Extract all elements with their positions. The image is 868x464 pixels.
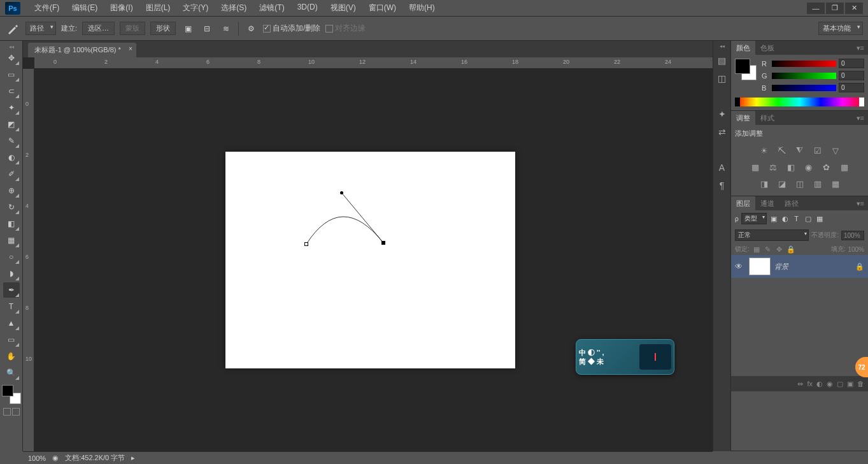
tool-mode-dropdown[interactable]: 路径: [25, 22, 56, 35]
path-align-icon[interactable]: ⊟: [200, 22, 214, 36]
maximize-button[interactable]: ❐: [826, 3, 844, 14]
anchor-point-selected[interactable]: [381, 241, 385, 245]
document-tab[interactable]: 未标题-1 @ 100%(RGB/8) *×: [28, 43, 136, 57]
layers-tab[interactable]: 图层: [731, 196, 755, 211]
para-dock-icon[interactable]: ¶: [716, 179, 729, 192]
gradient-map-icon[interactable]: ▥: [811, 178, 824, 189]
shape-tool[interactable]: ▭: [3, 332, 20, 347]
marquee-tool[interactable]: ▭: [3, 67, 20, 82]
wand-tool[interactable]: ✦: [3, 100, 20, 115]
auto-add-checkbox[interactable]: 自动添加/删除: [263, 23, 320, 34]
menu-item[interactable]: 文件(F): [28, 3, 66, 13]
canvas[interactable]: [225, 152, 515, 368]
color-tab[interactable]: 颜色: [731, 41, 755, 55]
balance-icon[interactable]: ⚖: [767, 161, 779, 173]
adjustments-tab[interactable]: 调整: [731, 111, 755, 126]
filter-search[interactable]: ρ: [735, 215, 739, 222]
menu-item[interactable]: 3D(D): [291, 3, 324, 13]
fx-icon[interactable]: fx: [807, 380, 813, 388]
layer-thumbnail[interactable]: [749, 257, 771, 275]
panel-menu-icon[interactable]: ▾≡: [853, 199, 868, 208]
menu-item[interactable]: 窗口(W): [362, 3, 402, 13]
selection-button[interactable]: 选区…: [82, 22, 115, 35]
ruler-vertical[interactable]: 0246810: [23, 69, 34, 451]
properties-dock-icon[interactable]: ◫: [716, 72, 729, 85]
stamp-tool[interactable]: ⊕: [3, 183, 20, 198]
type-dock-icon[interactable]: A: [716, 161, 729, 174]
mask-button[interactable]: 蒙版: [120, 22, 145, 35]
lasso-tool[interactable]: ⊂: [3, 83, 20, 99]
brightness-icon[interactable]: ☀: [758, 145, 771, 156]
visibility-icon[interactable]: 👁: [735, 262, 745, 271]
hand-tool[interactable]: ✋: [3, 349, 20, 364]
g-input[interactable]: 0: [839, 71, 864, 80]
menu-item[interactable]: 文字(Y): [176, 3, 215, 13]
invert-icon[interactable]: ◨: [758, 178, 771, 189]
panel-menu-icon[interactable]: ▾≡: [853, 44, 868, 52]
lookup-icon[interactable]: ▦: [838, 161, 851, 173]
filter-type-icon[interactable]: T: [792, 214, 801, 223]
new-layer-icon[interactable]: ▣: [847, 380, 853, 388]
b-slider[interactable]: [772, 85, 836, 91]
gradient-tool[interactable]: ▦: [3, 233, 20, 248]
levels-icon[interactable]: ⛏: [776, 145, 788, 156]
anchor-point[interactable]: [304, 242, 308, 246]
lock-trans-icon[interactable]: ▦: [752, 245, 761, 254]
lock-pixel-icon[interactable]: ✎: [764, 245, 772, 254]
pen-tool[interactable]: ✒: [3, 282, 20, 298]
lock-icon[interactable]: 🔒: [855, 263, 864, 271]
menu-item[interactable]: 图像(I): [104, 3, 139, 13]
mask-icon[interactable]: ◐: [816, 380, 823, 388]
zoom-level[interactable]: 100%: [28, 454, 46, 462]
crop-tool[interactable]: ◩: [3, 117, 20, 132]
r-input[interactable]: 0: [839, 59, 864, 68]
menu-item[interactable]: 视图(V): [324, 3, 362, 13]
blend-mode-dropdown[interactable]: 正常: [735, 229, 809, 241]
selective-icon[interactable]: ▦: [829, 178, 842, 189]
path-select-tool[interactable]: ▲: [3, 315, 20, 331]
filter-adjust-icon[interactable]: ◐: [781, 214, 790, 223]
blur-tool[interactable]: ○: [3, 249, 20, 265]
r-slider[interactable]: [772, 61, 836, 67]
mixer-icon[interactable]: ✿: [820, 161, 833, 173]
threshold-icon[interactable]: ◫: [793, 178, 806, 189]
control-handle[interactable]: [340, 191, 343, 194]
bw-icon[interactable]: ◧: [785, 161, 797, 173]
quickmask-mode[interactable]: [12, 408, 20, 416]
eraser-tool[interactable]: ◧: [3, 216, 20, 231]
paths-tab[interactable]: 路径: [779, 196, 804, 211]
doc-info[interactable]: 文档:452.2K/0 字节: [65, 453, 125, 463]
group-icon[interactable]: ▢: [837, 380, 843, 388]
move-tool[interactable]: ✥: [3, 50, 20, 66]
layer-name[interactable]: 背景: [774, 262, 851, 272]
path-arrange-icon[interactable]: ≋: [219, 22, 233, 36]
b-input[interactable]: 0: [839, 83, 864, 92]
heal-tool[interactable]: ◐: [3, 150, 20, 165]
menu-item[interactable]: 图层(L): [139, 3, 177, 13]
character-dock-icon[interactable]: ✦: [716, 108, 729, 120]
brush-tool[interactable]: ✐: [3, 166, 20, 182]
hue-icon[interactable]: ▦: [749, 161, 762, 173]
filter-type-dropdown[interactable]: 类型: [741, 213, 767, 224]
panel-menu-icon[interactable]: ▾≡: [853, 114, 868, 122]
toolbox-collapse[interactable]: ◂◂: [0, 43, 22, 50]
ruler-horizontal[interactable]: 024681012141618202224: [34, 57, 713, 69]
lock-all-icon[interactable]: 🔒: [786, 245, 795, 254]
photo-filter-icon[interactable]: ◉: [802, 161, 815, 173]
filter-smart-icon[interactable]: ▦: [815, 214, 824, 223]
dodge-tool[interactable]: ◗: [3, 266, 20, 281]
channels-tab[interactable]: 通道: [755, 196, 779, 211]
lock-pos-icon[interactable]: ✥: [775, 245, 784, 254]
fill-layer-icon[interactable]: ◉: [827, 380, 833, 388]
menu-item[interactable]: 选择(S): [215, 3, 253, 13]
tab-close-icon[interactable]: ×: [129, 45, 132, 52]
ime-widget[interactable]: 中 ◐ '' ,简 ◆ 未: [576, 339, 674, 375]
gear-icon[interactable]: ⚙: [244, 22, 258, 36]
preview-icon[interactable]: ◉: [52, 454, 59, 462]
spectrum-bar[interactable]: [735, 98, 864, 106]
workspace-dropdown[interactable]: 基本功能: [818, 22, 863, 35]
fill-input[interactable]: 100%: [848, 246, 864, 253]
filter-shape-icon[interactable]: ▢: [804, 214, 813, 223]
history-brush-tool[interactable]: ↻: [3, 199, 20, 215]
filter-pixel-icon[interactable]: ▣: [769, 214, 778, 223]
